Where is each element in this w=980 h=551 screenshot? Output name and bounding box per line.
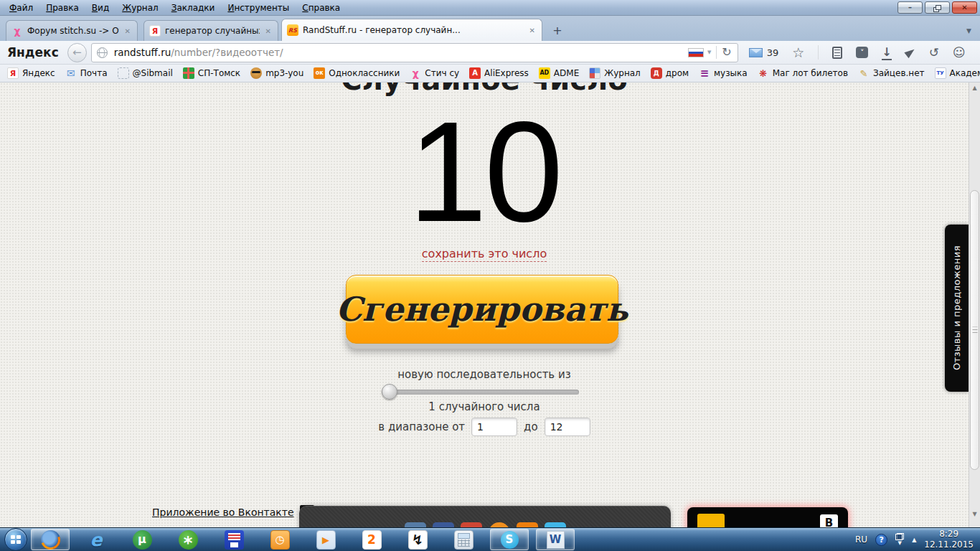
bookmark-yandex[interactable]: ЯЯндекс	[7, 67, 55, 79]
menu-bookmarks[interactable]: Закладки	[165, 1, 222, 15]
mailru-share-icon[interactable]	[517, 522, 538, 527]
odnoklassniki-share-icon[interactable]	[489, 522, 510, 527]
save-number-link[interactable]: сохранить это число	[422, 247, 547, 262]
language-indicator[interactable]: RU	[855, 534, 867, 545]
slider-knob[interactable]	[382, 384, 397, 400]
count-slider[interactable]	[382, 384, 579, 400]
menu-history[interactable]: Журнал	[116, 1, 165, 15]
twitter-share-icon[interactable]	[545, 522, 566, 527]
bookmark-stitch[interactable]: χСтич су	[410, 67, 459, 79]
googleplus-share-icon[interactable]	[461, 522, 482, 527]
close-button[interactable]: ✕	[952, 1, 977, 14]
pencil-icon: ✎	[858, 67, 870, 79]
tab-forum-stitch[interactable]: χ Форум stitch.su -> Ответ в Конфе... ✕	[6, 20, 138, 41]
taskbar-media-player[interactable]: ▶	[309, 529, 342, 550]
bookmark-journal[interactable]: Журнал	[589, 67, 641, 79]
vk-app-link[interactable]: Приложение во Вконтакте	[152, 507, 294, 518]
ribbon-icon: χ	[410, 67, 421, 79]
list-all-tabs-icon[interactable]: ▼	[966, 27, 971, 34]
vk-share-icon[interactable]	[405, 522, 426, 527]
russian-flag-icon[interactable]	[688, 48, 704, 57]
mail-button[interactable]: 39	[749, 47, 779, 58]
bookmarks-bar: ЯЯндекс ✉Почта @Sibmail СП-Томск mp3-you…	[0, 65, 980, 83]
help-icon[interactable]: ?	[875, 534, 887, 546]
range-from-input[interactable]	[471, 418, 517, 436]
taskbar-skype[interactable]: S	[490, 529, 529, 550]
bookmark-music[interactable]: ≡музыка	[699, 67, 748, 79]
floppy-disk-icon	[225, 530, 244, 550]
bookmark-zaycev[interactable]: ✎Зайцев.нет	[858, 67, 925, 79]
show-hidden-icons[interactable]: ▲	[912, 537, 916, 543]
send-page-icon[interactable]	[904, 47, 916, 58]
bookmark-lottery[interactable]: ❋Маг лот билетов	[758, 67, 848, 79]
generate-button[interactable]: Сгенерировать	[346, 275, 618, 344]
social-share-banner	[299, 506, 671, 527]
taskbar-firefox[interactable]	[31, 529, 70, 550]
bookmark-academy[interactable]: ТУАкадемия грув	[935, 67, 980, 79]
scroll-up-icon[interactable]: ▲	[969, 85, 980, 91]
tab-close-icon[interactable]: ✕	[123, 26, 132, 37]
history-icon[interactable]: ↺	[929, 47, 939, 59]
tray-window-button[interactable]: ▼	[895, 533, 904, 546]
chevron-down-icon: ▼	[897, 541, 901, 546]
bookmark-mp3you[interactable]: mp3-you	[250, 67, 303, 79]
scrollbar-thumb[interactable]	[970, 190, 979, 470]
promo-banner[interactable]: В	[687, 507, 848, 527]
bookmark-adme[interactable]: ADADME	[539, 67, 579, 79]
bookmark-star-icon[interactable]: ☆	[792, 46, 804, 60]
tray-date: 12.11.2015	[924, 540, 974, 550]
downloads-icon[interactable]: ↓	[882, 47, 891, 58]
menu-view[interactable]: Вид	[85, 1, 116, 15]
tab-close-icon[interactable]: ✕	[264, 26, 273, 37]
tab-close-icon[interactable]: ✕	[528, 25, 537, 36]
bookmark-label: Маг лот билетов	[773, 68, 848, 78]
menu-file[interactable]: Файл	[3, 1, 39, 15]
scroll-down-icon[interactable]: ▼	[969, 511, 980, 517]
yandex-logo[interactable]: Яндекс	[0, 45, 67, 60]
start-button[interactable]	[4, 528, 27, 551]
reload-icon[interactable]: ↻	[722, 47, 733, 58]
bookmark-drom[interactable]: Ддром	[651, 67, 689, 79]
back-button[interactable]: ←	[67, 43, 87, 62]
range-to-input[interactable]	[545, 418, 590, 436]
pocket-icon[interactable]: ˅	[856, 47, 868, 58]
page-scrollbar[interactable]: ▲ ▼	[969, 83, 980, 527]
url-bar[interactable]: randstuff.ru/number/?видеоотчет/ ▼ ↻	[91, 43, 738, 62]
tab-bar: χ Форум stitch.su -> Ответ в Конфе... ✕ …	[0, 16, 980, 41]
scrollbar-grip	[972, 327, 977, 334]
bookmark-aliexpress[interactable]: AAliExpress	[469, 67, 529, 79]
facebook-share-icon[interactable]	[433, 522, 454, 527]
window-titlebar: Файл Правка Вид Журнал Закладки Инструме…	[0, 0, 980, 16]
menu-edit[interactable]: Правка	[39, 1, 85, 15]
taskbar-internet-explorer[interactable]: e	[80, 529, 113, 550]
slider-track[interactable]	[382, 390, 579, 395]
taskbar-floppy[interactable]	[217, 529, 250, 550]
vk-icon: В	[820, 514, 838, 528]
feedback-smiley-icon[interactable]: ☺	[953, 47, 966, 59]
bookmark-sp-tomsk[interactable]: СП-Томск	[183, 67, 240, 79]
taskbar-wireless[interactable]: *	[171, 529, 204, 550]
taskbar-winamp[interactable]: ↯	[401, 529, 434, 550]
tab-yandex-search[interactable]: Я генератор случайных чисел — Я... ✕	[143, 20, 278, 41]
clock[interactable]: 8:29 12.11.2015	[924, 529, 974, 550]
bookmark-odnoklassniki[interactable]: окОдноклассники	[314, 67, 400, 79]
taskbar-calculator[interactable]	[447, 529, 480, 550]
bookmark-mail[interactable]: ✉Почта	[65, 67, 108, 79]
taskbar-word[interactable]: W	[536, 529, 575, 550]
feedback-tab[interactable]: Отзывы и предложения	[945, 225, 969, 392]
menu-tools[interactable]: Инструменты	[221, 1, 296, 15]
taskbar-outlook[interactable]: ◷	[263, 529, 296, 550]
restore-button[interactable]	[925, 1, 950, 14]
tab-randstuff-active[interactable]: RS RandStuff.ru - генератор случайн... ✕	[281, 19, 542, 41]
minimize-button[interactable]: –	[897, 1, 923, 14]
bookmark-sibmail[interactable]: @Sibmail	[118, 67, 173, 79]
taskbar-2gis[interactable]: 2	[355, 529, 388, 550]
media-player-icon: ▶	[316, 530, 336, 550]
flag-dropdown-icon[interactable]: ▼	[707, 50, 711, 55]
bookmark-label: mp3-you	[265, 68, 303, 78]
clipboard-icon[interactable]	[832, 47, 842, 59]
taskbar-utorrent[interactable]: µ	[126, 529, 159, 550]
bookmark-label: ADME	[554, 68, 579, 78]
new-tab-button[interactable]: +	[548, 22, 567, 39]
menu-help[interactable]: Справка	[296, 1, 347, 15]
